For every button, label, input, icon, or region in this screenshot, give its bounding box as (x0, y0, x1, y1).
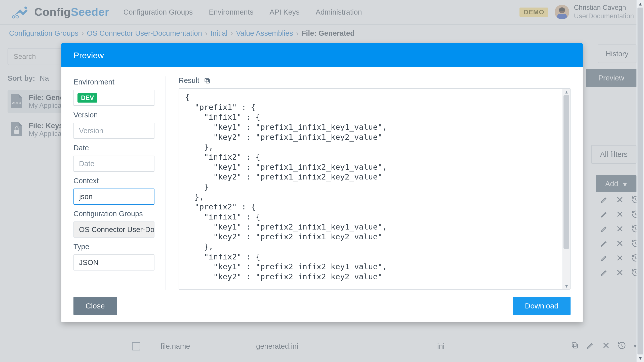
label-environment: Environment (73, 78, 154, 86)
scroll-thumb[interactable] (637, 8, 643, 354)
close-button[interactable]: Close (73, 297, 117, 315)
label-date: Date (73, 144, 154, 152)
label-context: Context (73, 177, 154, 185)
environment-select[interactable]: DEV (73, 90, 154, 106)
preview-modal: Preview Environment DEV Version Date Con… (61, 43, 583, 322)
scroll-thumb[interactable] (564, 95, 569, 249)
result-textarea[interactable]: { "prefix1" : { "infix1" : { "key1" : "p… (179, 88, 571, 290)
context-input[interactable] (73, 189, 154, 205)
svg-rect-12 (205, 78, 209, 82)
label-config-groups: Configuration Groups (73, 210, 154, 218)
scroll-down-icon[interactable]: ▾ (563, 283, 570, 289)
modal-form: Environment DEV Version Date Context Con… (73, 76, 166, 290)
download-button[interactable]: Download (513, 297, 571, 315)
result-scrollbar[interactable]: ▴ ▾ (562, 89, 570, 289)
type-select[interactable]: JSON (73, 254, 154, 270)
svg-rect-11 (206, 79, 210, 83)
label-version: Version (73, 111, 154, 119)
label-result: Result (179, 76, 199, 85)
env-badge-dev: DEV (77, 93, 97, 103)
modal-title: Preview (61, 43, 583, 67)
copy-icon[interactable] (204, 77, 211, 84)
page-scrollbar[interactable]: ▴ ▾ (636, 0, 644, 362)
label-type: Type (73, 243, 154, 251)
config-groups-select[interactable]: OS Connector User-Docum (73, 221, 154, 238)
version-input[interactable] (73, 123, 154, 139)
scroll-up-icon[interactable]: ▴ (563, 89, 570, 95)
result-content: { "prefix1" : { "infix1" : { "key1" : "p… (179, 89, 562, 289)
scroll-down-icon[interactable]: ▾ (637, 354, 644, 362)
scroll-up-icon[interactable]: ▴ (637, 0, 644, 8)
date-input[interactable] (73, 156, 154, 172)
